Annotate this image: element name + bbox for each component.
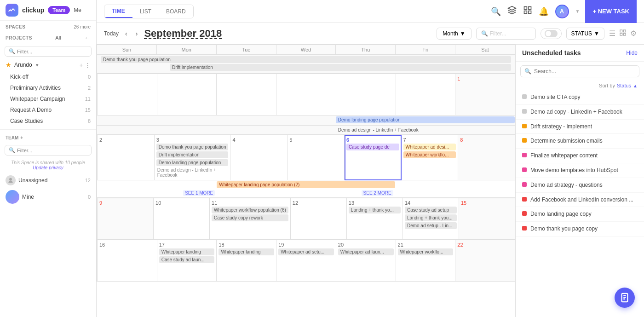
cell-sun-w1[interactable]: [98, 74, 157, 115]
rp-search-input[interactable]: [534, 68, 635, 75]
month-selector[interactable]: Month ▼: [437, 28, 471, 40]
rp-task-2[interactable]: Drift strategy - implement: [516, 120, 644, 134]
next-month-button[interactable]: ›: [134, 29, 140, 38]
more-project-icon[interactable]: ⋮: [85, 62, 91, 69]
task-wwf[interactable]: Whitepaper workflo...: [403, 151, 456, 158]
search-icon[interactable]: 🔍: [491, 6, 501, 17]
tab-list[interactable]: LIST: [132, 5, 159, 18]
prev-month-button[interactable]: ‹: [123, 29, 129, 38]
status-filter[interactable]: STATUS ▼: [566, 28, 604, 40]
rp-task-8[interactable]: Demo landing page copy: [516, 207, 644, 222]
add-project-icon[interactable]: +: [79, 62, 83, 69]
task-lty13[interactable]: Landing + thank yo...: [349, 207, 401, 213]
cell-sun-w3[interactable]: 9: [98, 198, 154, 240]
cell-fri-w4[interactable]: 21 Whitepaper workflo...: [396, 240, 456, 282]
cell-mon-w4[interactable]: 17 Whitepaper landing Case study ad laun…: [157, 240, 217, 282]
chart-icon[interactable]: [523, 6, 532, 17]
rp-task-4[interactable]: Finalize whitepaper content: [516, 149, 644, 163]
task-csas[interactable]: Case study ad setup: [405, 207, 457, 213]
cube-icon[interactable]: [507, 6, 517, 17]
task-drift[interactable]: Drift implementation: [156, 151, 229, 158]
task-wl17[interactable]: Whitepaper landing: [159, 248, 215, 255]
banner-task-1[interactable]: Demo thank you page population: [101, 56, 511, 63]
view-toggle[interactable]: [540, 28, 562, 39]
calendar-filter[interactable]: 🔍 Filter...: [476, 28, 536, 40]
cell-sat-w4[interactable]: 22: [455, 240, 515, 282]
collapse-icon[interactable]: ←: [84, 34, 91, 41]
cell-mon-w3[interactable]: 10: [154, 198, 210, 240]
task-wwp6[interactable]: Whitepaper workflow population (6): [212, 207, 288, 213]
rp-task-9[interactable]: Demo thank you page copy: [516, 222, 644, 236]
cell-thu-w4[interactable]: 20 Whitepaper ad laun...: [336, 240, 396, 282]
cell-fri-w1[interactable]: [396, 74, 456, 115]
rp-task-5[interactable]: Move demo templates into HubSpot: [516, 163, 644, 178]
sidebar-item-requestdemo[interactable]: Request A Demo 15: [0, 104, 96, 115]
sidebar-item-whitepaper[interactable]: Whitepaper Campaign 11: [0, 93, 96, 104]
new-task-button[interactable]: + NEW TASK: [585, 0, 637, 23]
rp-task-1[interactable]: Demo ad copy - LinkedIn + Facebook: [516, 105, 644, 120]
task-dad[interactable]: Demo ad design - LinkedIn + Facebook: [156, 167, 229, 178]
tab-time[interactable]: TIME: [104, 5, 132, 18]
sidebar-item-casestudies[interactable]: Case Studies 8: [0, 115, 96, 127]
member-mine[interactable]: Mine 0: [0, 188, 96, 206]
task-wal20[interactable]: Whitepaper ad laun...: [338, 248, 394, 255]
list-view-icon[interactable]: [619, 29, 627, 38]
rp-search[interactable]: 🔍: [520, 65, 639, 77]
cell-wed-w4[interactable]: 19 Whitepaper ad setu...: [276, 240, 336, 282]
cell-fri-w2[interactable]: 7 Whitepaper ad desi... Whitepaper workf…: [402, 135, 459, 180]
settings-icon[interactable]: ⚙: [630, 29, 637, 38]
banner-task-4[interactable]: Demo ad design - LinkedIn + Facebook: [336, 127, 515, 133]
task-dty[interactable]: Demo thank you page population: [156, 144, 229, 150]
cell-tue-w2[interactable]: 4: [230, 135, 288, 180]
fab-button[interactable]: [615, 288, 635, 308]
banner-task-2[interactable]: Drift implementation: [170, 64, 511, 71]
sort-status-link[interactable]: Status: [617, 83, 631, 88]
cell-mon-w1[interactable]: [157, 74, 217, 115]
tab-board[interactable]: BOARD: [159, 5, 193, 18]
cell-mon-w2[interactable]: 3 Demo thank you page population Drift i…: [155, 135, 231, 180]
projects-all[interactable]: All: [55, 35, 61, 40]
rp-task-0[interactable]: Demo site CTA copy: [516, 90, 644, 105]
team-filter-input[interactable]: [17, 148, 87, 153]
cell-tue-w1[interactable]: [217, 74, 276, 115]
filter-icon[interactable]: ☰: [609, 29, 615, 38]
cell-tue-w3[interactable]: 11 Whitepaper workflow population (6) Ca…: [210, 198, 291, 240]
see-1-more[interactable]: SEE 1 MORE: [183, 190, 215, 196]
sidebar-item-kickoff[interactable]: Kick-off 0: [0, 71, 96, 82]
cell-sat-w1[interactable]: 1: [455, 74, 515, 115]
cell-sat-w2[interactable]: 8: [458, 135, 515, 180]
rp-task-6[interactable]: Demo ad strategy - questions: [516, 178, 644, 193]
team-badge[interactable]: Team: [48, 6, 70, 14]
task-was19[interactable]: Whitepaper ad setu...: [278, 248, 334, 255]
cell-wed-w2[interactable]: 5: [288, 135, 345, 180]
cell-thu-w2-today[interactable]: 6 Case study page de: [345, 135, 402, 180]
task-lty14[interactable]: Landing + thank you...: [405, 214, 457, 221]
me-label[interactable]: Me: [74, 7, 81, 13]
rp-task-7[interactable]: Add Facebook and LinkedIn conversion ...: [516, 193, 644, 207]
team-filter[interactable]: 🔍: [5, 145, 92, 156]
add-team-icon[interactable]: +: [20, 135, 23, 140]
task-cscr[interactable]: Case study copy rework: [212, 214, 288, 221]
cell-wed-w1[interactable]: [276, 74, 336, 115]
rp-hide-button[interactable]: Hide: [626, 50, 638, 56]
spaces-more[interactable]: 26 more: [74, 24, 91, 29]
user-avatar[interactable]: A: [555, 5, 569, 18]
projects-filter[interactable]: 🔍: [5, 46, 92, 57]
bell-icon[interactable]: 🔔: [539, 6, 549, 17]
cell-thu-w3[interactable]: 13 Landing + thank yo...: [347, 198, 403, 240]
banner-task-3[interactable]: Demo landing page population: [336, 116, 515, 123]
user-chevron-icon[interactable]: ▼: [575, 9, 580, 14]
cell-sat-w3[interactable]: 15: [459, 198, 515, 240]
cell-wed-w3[interactable]: 12: [291, 198, 347, 240]
project-arundo[interactable]: ★ Arundo ▼ + ⋮: [0, 58, 96, 71]
projects-filter-input[interactable]: [17, 49, 87, 54]
task-csp[interactable]: Case study page de: [346, 144, 399, 150]
cell-sun-w4[interactable]: 16: [98, 240, 157, 282]
task-dlpp[interactable]: Demo landing page population: [156, 159, 229, 166]
task-wl18[interactable]: Whitepaper landing: [218, 248, 274, 255]
see-2-more[interactable]: SEE 2 MORE: [362, 190, 393, 196]
rp-task-3[interactable]: Determine submission emails: [516, 134, 644, 149]
task-csal[interactable]: Case study ad laun...: [159, 256, 215, 263]
task-wwf21[interactable]: Whitepaper workflo...: [398, 248, 454, 255]
member-unassigned[interactable]: Unassigned 12: [0, 173, 96, 188]
